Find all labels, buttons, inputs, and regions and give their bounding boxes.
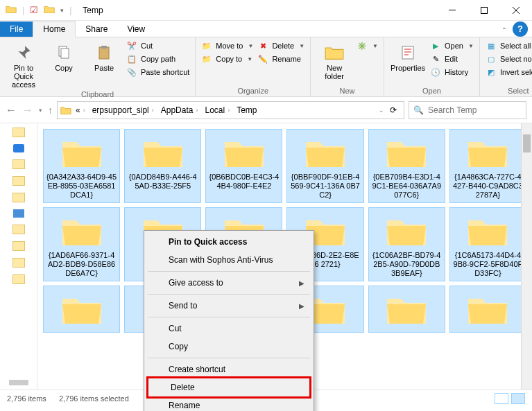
- delete-button[interactable]: ✖Delete▼: [257, 40, 304, 51]
- cut-button[interactable]: ✂️Cut: [126, 40, 189, 51]
- tree-folder-icon[interactable]: [12, 128, 25, 137]
- history-icon: 🕓: [430, 67, 441, 78]
- rename-button[interactable]: ✏️Rename: [257, 53, 304, 64]
- tree-folder-icon[interactable]: [12, 274, 25, 284]
- refresh-button[interactable]: ⟳: [386, 105, 401, 115]
- paste-shortcut-button[interactable]: 📎Paste shortcut: [126, 67, 189, 78]
- tree-folder-icon[interactable]: [12, 258, 25, 268]
- history-button[interactable]: 🕓History: [430, 67, 474, 78]
- folder-item[interactable]: {0B6BDC0B-E4C3-44B4-980F-E4E2: [205, 129, 282, 203]
- folder-item[interactable]: [449, 286, 526, 333]
- invert-selection-button[interactable]: ◩Invert selection: [486, 67, 532, 78]
- ctx-scan-sophos[interactable]: Scan with Sophos Anti-Virus: [146, 251, 311, 269]
- folder-item[interactable]: {0EB709B4-E3D1-49C1-BE64-036A7A9077C6}: [368, 129, 445, 203]
- tree-folder-icon[interactable]: [12, 159, 25, 169]
- maximize-button[interactable]: [468, 0, 500, 21]
- close-button[interactable]: [500, 0, 532, 21]
- tab-view[interactable]: View: [117, 21, 155, 37]
- rename-icon: ✏️: [257, 53, 268, 64]
- copy-path-button[interactable]: 📋Copy path: [126, 53, 189, 64]
- vertical-scrollbar[interactable]: [521, 123, 532, 390]
- breadcrumb-seg[interactable]: erpsupport_sipl›: [89, 105, 157, 115]
- qat-checkbox-icon[interactable]: ☑: [30, 5, 38, 15]
- copy-to-button[interactable]: 📁Copy to▼: [201, 53, 253, 64]
- minimize-button[interactable]: [436, 0, 468, 21]
- ctx-copy[interactable]: Copy: [146, 338, 311, 356]
- nav-recent-dropdown[interactable]: ▾: [39, 107, 42, 114]
- qat-folder-icon: [44, 5, 55, 16]
- scrollbar-thumb[interactable]: [523, 134, 531, 152]
- copy-button[interactable]: Copy: [46, 40, 82, 72]
- nav-up-button[interactable]: ↑: [48, 105, 53, 116]
- ctx-send-to[interactable]: Send to▶: [146, 297, 311, 315]
- folder-icon: [465, 292, 510, 326]
- ctx-cut[interactable]: Cut: [146, 320, 311, 338]
- properties-button[interactable]: Properties: [390, 40, 426, 72]
- folder-icon: [465, 135, 510, 170]
- folder-icon: [141, 135, 185, 170]
- pin-icon: [14, 43, 33, 62]
- status-selected-count: 2,796 items selected: [59, 394, 129, 403]
- icons-view-button[interactable]: [511, 393, 525, 404]
- ctx-give-access[interactable]: Give access to▶: [146, 274, 311, 292]
- tab-home[interactable]: Home: [33, 21, 76, 37]
- folder-item[interactable]: {0ADD84B9-A446-45AD-B33E-25F5: [124, 129, 201, 203]
- folder-item[interactable]: [368, 286, 445, 333]
- folder-name: {0ADD84B9-A446-45AD-B33E-25F5: [128, 173, 198, 191]
- ctx-delete[interactable]: Delete: [146, 376, 311, 399]
- folder-icon: [384, 135, 429, 170]
- pin-quick-access-button[interactable]: Pin to Quick access: [6, 40, 42, 89]
- tree-hscroll[interactable]: [9, 380, 28, 385]
- svg-rect-3: [61, 49, 69, 58]
- folder-name: {1C06A2BF-BD79-42B5-A90D-79D0DB3B9EAF}: [372, 251, 442, 278]
- ctx-pin-quick-access[interactable]: Pin to Quick access: [146, 233, 311, 251]
- invert-selection-icon: ◩: [486, 67, 497, 78]
- tree-folder-icon[interactable]: [12, 241, 25, 251]
- move-to-button[interactable]: 📁Move to▼: [201, 40, 253, 51]
- folder-item[interactable]: {0A342A33-64D9-45EB-8955-03EA6581DCA1}: [43, 129, 120, 203]
- ctx-rename[interactable]: Rename: [146, 396, 311, 411]
- breadcrumb-seg[interactable]: Temp: [234, 105, 259, 115]
- svg-rect-4: [99, 47, 109, 59]
- address-dropdown[interactable]: ⌄: [379, 107, 384, 114]
- nav-forward-button[interactable]: →: [22, 104, 33, 116]
- svg-rect-6: [402, 46, 413, 59]
- folder-name: {1C6A5173-44D4-49B8-9CF2-5F8D40FD33FC}: [453, 251, 523, 278]
- new-folder-icon: [325, 43, 344, 62]
- breadcrumb-seg[interactable]: AppData›: [158, 105, 201, 115]
- tree-folder-icon[interactable]: [12, 176, 25, 186]
- details-view-button[interactable]: [495, 393, 508, 404]
- group-clipboard-label: Clipboard: [6, 89, 189, 98]
- group-organize-label: Organize: [201, 85, 304, 95]
- tab-share[interactable]: Share: [76, 21, 117, 37]
- folder-item[interactable]: {1C6A5173-44D4-49B8-9CF2-5F8D40FD33FC}: [449, 207, 526, 281]
- folder-icon: [465, 213, 510, 248]
- edit-button[interactable]: ✎Edit: [430, 53, 474, 64]
- search-box[interactable]: 🔍 Search Temp: [409, 101, 526, 119]
- qat-overflow[interactable]: ▾: [60, 7, 64, 14]
- paste-button[interactable]: Paste: [86, 40, 122, 72]
- new-folder-button[interactable]: New folder: [316, 40, 352, 80]
- tree-folder-icon[interactable]: [12, 193, 25, 202]
- nav-back-button[interactable]: ←: [6, 104, 17, 116]
- folder-item[interactable]: {0BBF90DF-91EB-4569-9C41-136A 0B7C2}: [286, 129, 363, 203]
- folder-item[interactable]: {1A4863CA-727C-4427-B440-C9AD8C32787A}: [449, 129, 526, 203]
- this-pc-icon[interactable]: [13, 209, 24, 218]
- new-item-button[interactable]: ✳️▼: [357, 40, 378, 51]
- folder-item[interactable]: {1C06A2BF-BD79-42B5-A90D-79D0DB3B9EAF}: [368, 207, 445, 281]
- select-all-button[interactable]: ▦Select all: [486, 40, 532, 51]
- select-none-button[interactable]: ▢Select none: [486, 53, 532, 64]
- window-title: Temp: [83, 6, 103, 15]
- address-bar[interactable]: «› erpsupport_sipl› AppData› Local› Temp…: [57, 101, 404, 119]
- onedrive-icon[interactable]: [13, 144, 24, 152]
- tree-folder-icon[interactable]: [12, 225, 25, 234]
- navigation-pane[interactable]: [0, 123, 37, 390]
- breadcrumb-seg[interactable]: Local›: [202, 105, 232, 115]
- folder-item[interactable]: {1AD6AF66-9371-4AD2-BDB9-D58E86DE6A7C}: [43, 207, 120, 281]
- tab-file[interactable]: File: [0, 21, 33, 37]
- group-open-label: Open: [390, 85, 474, 95]
- open-button[interactable]: ▶Open▼: [430, 40, 474, 51]
- folder-item[interactable]: [43, 286, 120, 333]
- ribbon-collapse[interactable]: ˆ: [503, 27, 506, 37]
- help-button[interactable]: ?: [513, 21, 528, 37]
